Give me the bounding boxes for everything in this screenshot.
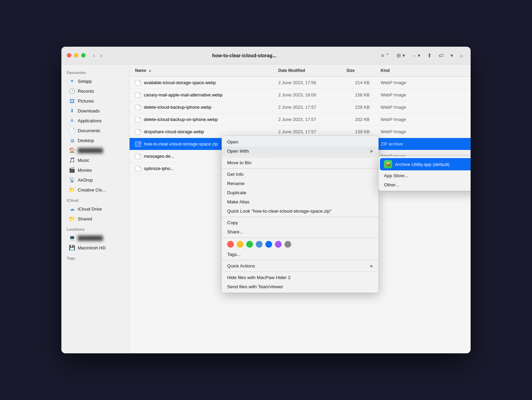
sidebar-item-label: ████████ (78, 235, 103, 241)
submenu-item-label: App Store... (384, 173, 408, 178)
titlebar: ‹ › how-to-clear-icloud-storag... ≡ ⌃ ⊞ … (61, 47, 471, 64)
context-menu-separator (222, 157, 379, 157)
sidebar-item-label: Downloads (78, 108, 100, 113)
context-menu-rename[interactable]: Rename (222, 179, 379, 188)
sidebar-item-applications[interactable]: A Applications (63, 116, 127, 125)
submenu-item-other[interactable]: Other... (379, 180, 471, 189)
submenu-arrow-icon: ▶ (370, 149, 373, 153)
icloud-drive-icon: ☁ (69, 206, 75, 212)
sidebar-item-label: Macintosh HD (78, 245, 106, 250)
sidebar-item-desktop[interactable]: 🖥 Desktop (63, 136, 127, 145)
context-menu-open-with-label: Open With (227, 149, 249, 154)
tag-red[interactable] (227, 241, 234, 248)
context-menu-open-with[interactable]: Open With ▶ 📦 Archive Utility.app (defau… (222, 147, 379, 156)
sidebar-item-icloud-drive[interactable]: ☁ iCloud Drive (63, 204, 127, 214)
sidebar-item-computer[interactable]: 💻 ████████ (63, 233, 127, 243)
context-menu-macpaw-hider-label: Hide files with MacPaw Hider 2 (227, 275, 291, 280)
window-title: how-to-clear-icloud-storag... (110, 53, 379, 58)
more-options-button[interactable]: ··· ▾ (410, 51, 423, 60)
context-menu-share-label: Share... (227, 229, 243, 234)
view-grid-button[interactable]: ⊞ ▾ (395, 51, 407, 60)
sidebar: Favourites ✦ Setapp 🕐 Recents 🖼 Pictures… (61, 64, 130, 353)
airdrop-icon: 📡 (69, 177, 75, 183)
context-menu: Open Open With ▶ 📦 Archive Utility.app (… (222, 136, 379, 293)
context-menu-open-label: Open (227, 139, 238, 144)
tag-purple[interactable] (275, 241, 282, 248)
back-button[interactable]: ‹ (91, 51, 97, 60)
sidebar-item-label: Shared (78, 216, 92, 221)
context-menu-share[interactable]: Share... (222, 227, 379, 236)
sidebar-item-movies[interactable]: 🎬 Movies (63, 165, 127, 175)
context-menu-open[interactable]: Open (222, 137, 379, 147)
context-menu-tags-row (222, 239, 379, 250)
submenu-item-archive-utility[interactable]: 📦 Archive Utility.app (default) (380, 158, 471, 170)
context-menu-tags[interactable]: Tags... (222, 250, 379, 259)
context-menu-quick-actions[interactable]: Quick Actions ▶ (222, 261, 379, 271)
minimize-button[interactable] (74, 53, 78, 58)
sidebar-item-shared[interactable]: 📁 Shared (63, 214, 127, 224)
sidebar-item-airdrop[interactable]: 📡 AirDrop (63, 175, 127, 185)
sidebar-item-label: Applications (78, 118, 102, 123)
context-menu-separator (222, 217, 379, 217)
quick-actions-arrow-icon: ▶ (370, 264, 373, 268)
sidebar-item-label: Pictures (78, 98, 94, 104)
search-button[interactable]: ⌕ (458, 51, 465, 60)
fullscreen-button[interactable] (81, 53, 86, 58)
sidebar-item-creative-cloud[interactable]: 📁 Creative Clo... (63, 185, 127, 195)
sidebar-item-macintosh-hd[interactable]: 💾 Macintosh HD (63, 243, 127, 252)
context-menu-copy[interactable]: Copy (222, 218, 379, 227)
context-menu-teamviewer-label: Send files with TeamViewer (227, 284, 283, 289)
sidebar-item-pictures[interactable]: 🖼 Pictures (63, 96, 127, 106)
sidebar-item-label: Documents (78, 128, 100, 133)
sidebar-item-recents[interactable]: 🕐 Recents (63, 86, 127, 96)
sidebar-item-label: Creative Clo... (78, 187, 106, 193)
close-button[interactable] (67, 53, 71, 58)
creative-cloud-icon: 📁 (69, 187, 75, 193)
submenu-item-app-store[interactable]: App Store... (379, 171, 471, 180)
context-menu-separator (222, 237, 379, 238)
tag-blue-light[interactable] (256, 241, 263, 248)
main-content: Favourites ✦ Setapp 🕐 Recents 🖼 Pictures… (61, 64, 471, 353)
context-menu-get-info[interactable]: Get Info (222, 170, 379, 179)
sidebar-item-setapp[interactable]: ✦ Setapp (63, 76, 127, 86)
setapp-icon: ✦ (69, 78, 75, 84)
context-menu-quick-look[interactable]: Quick Look "how-to-clear-icloud-storage-… (222, 206, 379, 216)
forward-button[interactable]: › (98, 51, 104, 60)
sidebar-item-downloads[interactable]: ⬇ Downloads (63, 106, 127, 116)
downloads-icon: ⬇ (69, 108, 75, 114)
share-button[interactable]: ⬆ (425, 51, 434, 60)
submenu-item-label: Archive Utility.app (default) (395, 162, 449, 167)
sidebar-item-label: Setapp (78, 79, 92, 84)
submenu-item-label: Other... (384, 182, 399, 187)
sidebar-item-label: ████████ (78, 148, 103, 153)
chevron-down-button[interactable]: ▾ (448, 51, 455, 60)
traffic-lights (67, 53, 86, 58)
shared-icon: 📁 (69, 216, 75, 222)
tag-green[interactable] (246, 241, 253, 248)
pictures-icon: 🖼 (69, 98, 75, 104)
context-menu-duplicate-label: Duplicate (227, 190, 246, 195)
sidebar-item-home[interactable]: 🏠 ████████ (63, 145, 127, 155)
context-menu-make-alias-label: Make Alias (227, 199, 249, 204)
context-menu-macpaw-hider[interactable]: Hide files with MacPaw Hider 2 (222, 273, 379, 282)
context-menu-make-alias[interactable]: Make Alias (222, 197, 379, 206)
titlebar-controls: ≡ ⌃ ⊞ ▾ ··· ▾ ⬆ 🏷 ▾ ⌕ (379, 51, 465, 60)
sidebar-item-label: Movies (78, 168, 92, 173)
tag-orange[interactable] (237, 241, 243, 248)
view-list-button[interactable]: ≡ ⌃ (379, 51, 392, 60)
music-icon: 🎵 (69, 157, 75, 163)
open-with-submenu: 📦 Archive Utility.app (default) App Stor… (379, 156, 471, 191)
context-menu-copy-label: Copy (227, 220, 238, 225)
context-menu-teamviewer[interactable]: Send files with TeamViewer (222, 282, 379, 291)
context-menu-duplicate[interactable]: Duplicate (222, 188, 379, 197)
sidebar-item-documents[interactable]: 📄 Documents (63, 126, 127, 135)
tag-gray[interactable] (284, 241, 291, 248)
sidebar-section-icloud: iCloud ☁ iCloud Drive 📁 Shared (61, 195, 129, 224)
computer-icon: 💻 (69, 235, 75, 241)
context-menu-move-to-bin[interactable]: Move to Bin (222, 158, 379, 167)
context-menu-overlay: Open Open With ▶ 📦 Archive Utility.app (… (130, 64, 471, 353)
sidebar-item-music[interactable]: 🎵 Music (63, 155, 127, 165)
tag-blue[interactable] (265, 241, 272, 248)
tag-button[interactable]: 🏷 (437, 51, 446, 60)
recents-icon: 🕐 (69, 88, 75, 94)
